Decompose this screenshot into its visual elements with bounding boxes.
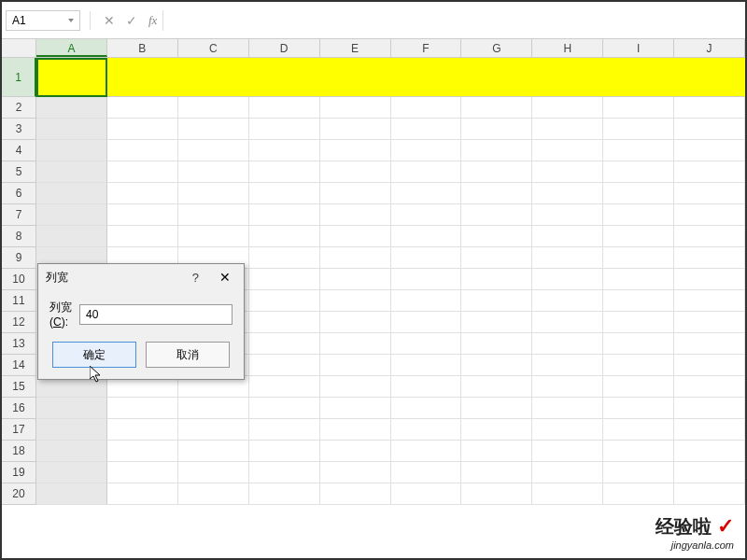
cell[interactable] bbox=[391, 247, 462, 269]
cell[interactable] bbox=[603, 398, 674, 419]
cell[interactable] bbox=[320, 290, 391, 312]
cell[interactable] bbox=[178, 119, 249, 140]
cell[interactable] bbox=[461, 204, 532, 226]
cell[interactable] bbox=[249, 119, 320, 140]
cell[interactable] bbox=[461, 462, 532, 483]
cell[interactable] bbox=[461, 119, 532, 140]
row-header[interactable]: 20 bbox=[2, 483, 36, 505]
row-header[interactable]: 1 bbox=[2, 58, 36, 97]
cell[interactable] bbox=[391, 376, 462, 398]
cell[interactable] bbox=[320, 119, 391, 140]
cell[interactable] bbox=[320, 483, 391, 505]
cell[interactable] bbox=[461, 290, 532, 312]
cell[interactable] bbox=[36, 161, 107, 183]
cell[interactable] bbox=[391, 140, 462, 161]
cell[interactable] bbox=[674, 462, 745, 483]
cell[interactable] bbox=[674, 483, 745, 505]
cell[interactable] bbox=[674, 398, 745, 419]
cell[interactable] bbox=[532, 376, 603, 398]
cell[interactable] bbox=[603, 269, 674, 290]
cell[interactable] bbox=[391, 483, 462, 505]
cell[interactable] bbox=[107, 183, 178, 204]
row-header[interactable]: 11 bbox=[2, 290, 36, 312]
cell[interactable] bbox=[107, 140, 178, 161]
cell[interactable] bbox=[320, 462, 391, 483]
row-header[interactable]: 5 bbox=[2, 161, 36, 183]
select-all-corner[interactable] bbox=[2, 39, 36, 57]
row-header[interactable]: 7 bbox=[2, 204, 36, 226]
cell[interactable] bbox=[674, 269, 745, 290]
column-header[interactable]: F bbox=[391, 39, 462, 57]
cell[interactable] bbox=[674, 119, 745, 140]
row-header[interactable]: 12 bbox=[2, 312, 36, 333]
cell[interactable] bbox=[36, 97, 107, 119]
cell[interactable] bbox=[391, 161, 462, 183]
cell[interactable] bbox=[107, 483, 178, 505]
cell[interactable] bbox=[320, 183, 391, 204]
cell[interactable] bbox=[320, 97, 391, 119]
cell[interactable] bbox=[107, 119, 178, 140]
cell[interactable] bbox=[178, 161, 249, 183]
cell[interactable] bbox=[178, 97, 249, 119]
cell[interactable] bbox=[391, 97, 462, 119]
column-header[interactable]: C bbox=[178, 39, 249, 57]
column-header[interactable]: B bbox=[107, 39, 178, 57]
column-header[interactable]: I bbox=[603, 39, 674, 57]
row-header[interactable]: 17 bbox=[2, 419, 36, 441]
row-header[interactable]: 19 bbox=[2, 462, 36, 483]
cell[interactable] bbox=[249, 97, 320, 119]
cell[interactable] bbox=[603, 419, 674, 441]
row-header[interactable]: 16 bbox=[2, 398, 36, 419]
column-header[interactable]: D bbox=[249, 39, 320, 57]
cell[interactable] bbox=[603, 204, 674, 226]
cell[interactable] bbox=[532, 333, 603, 355]
cell[interactable] bbox=[461, 483, 532, 505]
cell[interactable] bbox=[674, 97, 745, 119]
cell[interactable] bbox=[391, 58, 462, 97]
cell[interactable] bbox=[320, 355, 391, 376]
row-header[interactable]: 10 bbox=[2, 269, 36, 290]
cell[interactable] bbox=[107, 462, 178, 483]
cell[interactable] bbox=[249, 58, 320, 97]
cell[interactable] bbox=[36, 419, 107, 441]
cell[interactable] bbox=[249, 204, 320, 226]
column-header[interactable]: H bbox=[532, 39, 603, 57]
cell[interactable] bbox=[249, 398, 320, 419]
cell[interactable] bbox=[603, 462, 674, 483]
column-header[interactable]: E bbox=[320, 39, 391, 57]
fx-icon[interactable]: fx bbox=[148, 13, 157, 28]
row-header[interactable]: 13 bbox=[2, 333, 36, 355]
cell[interactable] bbox=[107, 398, 178, 419]
cell[interactable] bbox=[674, 140, 745, 161]
column-header[interactable]: G bbox=[461, 39, 532, 57]
cell[interactable] bbox=[461, 419, 532, 441]
cell[interactable] bbox=[178, 58, 249, 97]
cell[interactable] bbox=[178, 398, 249, 419]
cell[interactable] bbox=[320, 58, 391, 97]
cell[interactable] bbox=[391, 226, 462, 247]
close-icon[interactable]: ✕ bbox=[214, 268, 236, 287]
cell[interactable] bbox=[674, 183, 745, 204]
row-header[interactable]: 2 bbox=[2, 97, 36, 119]
column-width-input[interactable] bbox=[79, 304, 233, 325]
dialog-titlebar[interactable]: 列宽 ? ✕ bbox=[38, 264, 244, 290]
cell[interactable] bbox=[107, 58, 178, 97]
cell[interactable] bbox=[249, 355, 320, 376]
cell[interactable] bbox=[320, 247, 391, 269]
cell[interactable] bbox=[249, 247, 320, 269]
name-box[interactable]: A1 bbox=[6, 10, 80, 31]
cell[interactable] bbox=[603, 355, 674, 376]
cell[interactable] bbox=[532, 355, 603, 376]
cell[interactable] bbox=[249, 140, 320, 161]
cell[interactable] bbox=[461, 140, 532, 161]
cell[interactable] bbox=[461, 58, 532, 97]
cell[interactable] bbox=[461, 398, 532, 419]
cell[interactable] bbox=[320, 376, 391, 398]
cell[interactable] bbox=[674, 204, 745, 226]
formula-input[interactable] bbox=[162, 10, 741, 31]
cell[interactable] bbox=[532, 312, 603, 333]
cell[interactable] bbox=[532, 483, 603, 505]
cell[interactable] bbox=[249, 376, 320, 398]
cell[interactable] bbox=[249, 290, 320, 312]
cell[interactable] bbox=[36, 119, 107, 140]
